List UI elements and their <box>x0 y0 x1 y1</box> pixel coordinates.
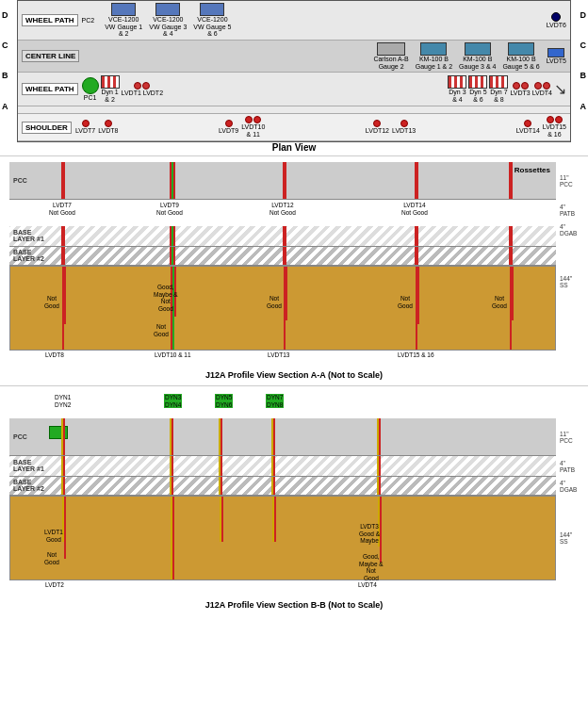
bb-b1-line2r <box>172 456 173 476</box>
base1-layer-aa: BASELAYER #1 <box>9 226 556 247</box>
lvdt1011-label: LVDT10& 11 <box>241 123 265 138</box>
lvdt4-label: LVDT4 <box>532 90 552 97</box>
lvdt3-pair <box>513 82 529 90</box>
letter-c: C <box>2 41 8 50</box>
vce2-label: VCE-1200VW Gauge 3& 4 <box>149 16 187 38</box>
bb-dim-labels: 11"PCC 4"PATB 4"DGAB 144"SS <box>556 392 588 598</box>
dyn78-group: Dyn 7& 8 <box>489 75 508 103</box>
bb-b1-line4r <box>273 456 275 476</box>
lvdt4-bot-label: LVDT4 <box>358 581 377 588</box>
lvdt12-aa-label: LVDT12Not Good <box>270 202 296 217</box>
lvdt13-label: LVDT13 <box>392 127 416 135</box>
dyn78-box <box>489 75 508 89</box>
soil-line3b <box>286 267 287 320</box>
pc2-label: PC2 <box>82 17 95 24</box>
lvdt12-pair <box>134 82 150 90</box>
aa-dim-labels: 11"PCC 4"PATB 4"DGAB 144"SS <box>556 162 588 368</box>
dim-pcc-text: 11"PCC <box>560 174 573 188</box>
dyn12-box <box>101 75 120 89</box>
bb-b1-line3r <box>220 456 222 476</box>
lvdt1516-group: LVDT15& 16 <box>543 116 566 138</box>
lvdt1011-group: LVDT10& 11 <box>241 116 265 138</box>
divider-2 <box>0 385 588 386</box>
carlson-box <box>377 42 405 56</box>
vce2-group: VCE-1200VW Gauge 3& 4 <box>149 3 187 38</box>
shoulder-label: SHOULDER <box>22 122 72 134</box>
lvdt1516-pair <box>547 116 563 123</box>
divider-1 <box>0 155 588 156</box>
lvdt9-aa-label: LVDT9Not Good <box>156 202 183 217</box>
lvdt8-label: LVDT8 <box>98 127 118 135</box>
soil-bb-3r <box>221 497 223 542</box>
lvdt2-bot-label: LVDT2 <box>45 581 64 588</box>
bb-top-labels: DYN1DYN2 DYN3DYN4 DYN5DYN6 DYN7DYN8 <box>9 392 556 418</box>
dyn12-group: Dyn 1& 2 <box>101 75 120 103</box>
dim-pcc-aa: 11"PCC <box>560 162 588 200</box>
base2-label-aa: BASELAYER #2 <box>13 249 44 262</box>
pcc-label-bb: PCC <box>13 433 27 440</box>
lvdt7-aa-label: LVDT7Not Good <box>49 202 75 217</box>
sensor-line-aa-5b <box>511 162 513 199</box>
wheel-path-label-b: WHEEL PATH <box>22 83 78 95</box>
pc1-group: PC1 <box>82 77 99 102</box>
dyn78-bb-label: DYN7DYN8 <box>266 394 284 409</box>
left-row-letters: D C B A <box>2 0 8 142</box>
lvdt13-group: LVDT13 <box>392 120 416 135</box>
vce3-box <box>200 3 224 16</box>
dyn12-green-box <box>49 426 68 439</box>
dim-patb-bb-text: 4"PATB <box>560 460 575 473</box>
base1-line2r <box>173 226 175 246</box>
km1-label: KM-100 BGauge 1 & 2 <box>416 56 452 70</box>
lvdt7-dot <box>82 120 90 127</box>
shoulder-content: LVDT7 LVDT8 LVDT9 LVDT10& 11 <box>75 116 566 138</box>
profile-aa-title: J12A Profile View Section A-A (Not to Sc… <box>9 370 579 380</box>
note-lvdt3b-bb: Good,Maybe &NotGood <box>359 553 384 582</box>
km2-label: KM-100 BGauge 3 & 4 <box>459 56 496 70</box>
dim-ss-bb: 144"SS <box>560 496 588 580</box>
lvdt5-group: LVDT5 <box>547 48 566 65</box>
dyn56-label: Dyn 5& 6 <box>469 89 486 103</box>
soil-bb-1r <box>64 497 66 559</box>
base2-layer-aa: BASELAYER #2 <box>9 247 556 266</box>
lvdt16-dot <box>555 116 563 123</box>
bb-line4r <box>273 418 275 455</box>
lvdt1-circle <box>134 82 141 90</box>
dim-dgab-text: 4"DGAB <box>560 223 577 237</box>
base2-line2r <box>173 247 175 265</box>
dim-patb-bb: 4"PATB <box>560 456 588 477</box>
dyn34-group: Dyn 3& 4 <box>448 75 466 103</box>
lvdt3-label: LVDT3 <box>510 90 530 97</box>
letter-b: B <box>2 71 8 80</box>
rossettes-label: Rossettes <box>514 166 550 174</box>
lvdt4-pair <box>534 82 550 90</box>
aa-top-labels: LVDT7Not Good LVDT9Not Good LVDT12Not Go… <box>9 200 556 226</box>
bb-b2-line3r <box>220 477 222 495</box>
km3-group: KM-100 BGauge 5 & 6 <box>502 42 539 70</box>
lvdt13-bot-label: LVDT13 <box>268 351 289 358</box>
plan-view-outer: D C B A D C B A WHEEL PATH PC2 VCE-1200V… <box>17 0 571 142</box>
lvdt1516-bot-label: LVDT15 & 16 <box>398 351 434 358</box>
note-lvdt1011b-aa: NotGood <box>154 323 169 338</box>
lvdt8-dot <box>105 120 112 127</box>
lvdt12-label: LVDT1 LVDT2 <box>122 90 163 97</box>
dim-ss-aa: 144"SS <box>560 239 588 324</box>
arrow-marker: ↘ <box>554 80 566 98</box>
dim-dgab-bb-text: 4"DGAB <box>560 480 577 493</box>
row-d-content: PC2 VCE-1200VW Gauge 1& 2 VCE-1200VW Gau… <box>82 3 566 38</box>
sensor-line-aa-1b <box>63 162 65 199</box>
km1-group: KM-100 BGauge 1 & 2 <box>416 42 452 70</box>
lvdt1011-pair <box>245 116 261 123</box>
row-b-wheel-path: WHEEL PATH PC1 Dyn 1& 2 LVDT1 LVDT2 <box>18 73 570 106</box>
lvdt4-c1 <box>534 82 542 90</box>
lvdt4-c2 <box>543 82 550 90</box>
vce2-box <box>155 3 180 16</box>
base2-line5b <box>511 247 513 265</box>
bb-line2r <box>172 418 173 455</box>
note-lvdt1415-aa: NotGood <box>398 295 413 310</box>
row-b-content: PC1 Dyn 1& 2 LVDT1 LVDT2 Dyn 3& 4 <box>82 75 566 103</box>
base2-line1b <box>63 247 65 265</box>
soil-layer-aa: NotGood Good,Maybe &NotGood NotGood NotG… <box>9 266 556 351</box>
dim-dgab-aa: 4"DGAB <box>560 220 588 239</box>
km3-box <box>508 42 534 56</box>
lvdt12-circles: LVDT1 LVDT2 <box>122 82 163 97</box>
